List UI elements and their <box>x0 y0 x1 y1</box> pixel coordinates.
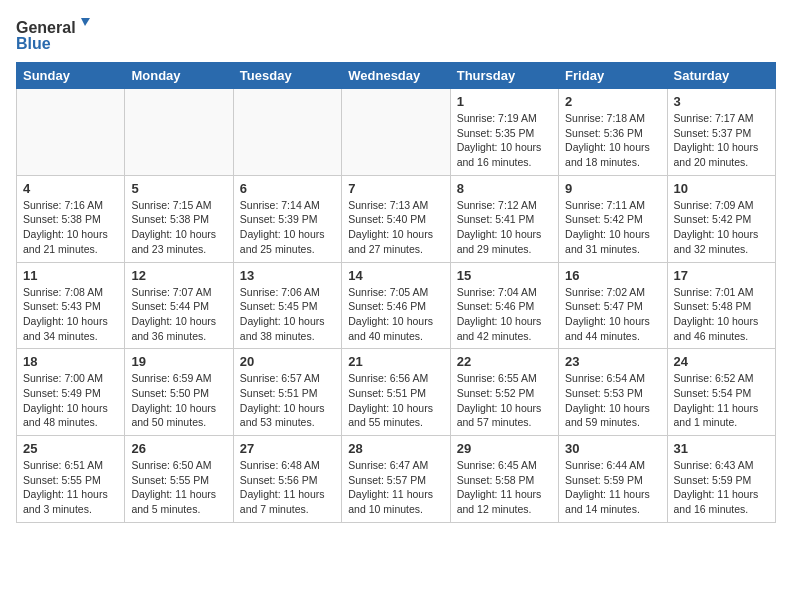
day-number: 26 <box>131 441 226 456</box>
day-info: Sunrise: 7:08 AMSunset: 5:43 PMDaylight:… <box>23 285 118 344</box>
day-info: Sunrise: 6:59 AMSunset: 5:50 PMDaylight:… <box>131 371 226 430</box>
day-number: 14 <box>348 268 443 283</box>
calendar-cell: 11Sunrise: 7:08 AMSunset: 5:43 PMDayligh… <box>17 262 125 349</box>
calendar-cell <box>233 89 341 176</box>
day-info: Sunrise: 6:54 AMSunset: 5:53 PMDaylight:… <box>565 371 660 430</box>
day-info: Sunrise: 6:51 AMSunset: 5:55 PMDaylight:… <box>23 458 118 517</box>
logo-svg: GeneralBlue <box>16 16 96 54</box>
day-info: Sunrise: 7:09 AMSunset: 5:42 PMDaylight:… <box>674 198 769 257</box>
calendar-cell: 16Sunrise: 7:02 AMSunset: 5:47 PMDayligh… <box>559 262 667 349</box>
calendar-cell: 4Sunrise: 7:16 AMSunset: 5:38 PMDaylight… <box>17 175 125 262</box>
calendar-cell: 8Sunrise: 7:12 AMSunset: 5:41 PMDaylight… <box>450 175 558 262</box>
day-number: 17 <box>674 268 769 283</box>
weekday-header: Tuesday <box>233 63 341 89</box>
day-info: Sunrise: 7:16 AMSunset: 5:38 PMDaylight:… <box>23 198 118 257</box>
day-number: 20 <box>240 354 335 369</box>
calendar-cell: 6Sunrise: 7:14 AMSunset: 5:39 PMDaylight… <box>233 175 341 262</box>
calendar-cell: 1Sunrise: 7:19 AMSunset: 5:35 PMDaylight… <box>450 89 558 176</box>
day-info: Sunrise: 7:06 AMSunset: 5:45 PMDaylight:… <box>240 285 335 344</box>
calendar-cell: 17Sunrise: 7:01 AMSunset: 5:48 PMDayligh… <box>667 262 775 349</box>
day-number: 9 <box>565 181 660 196</box>
calendar-cell: 22Sunrise: 6:55 AMSunset: 5:52 PMDayligh… <box>450 349 558 436</box>
svg-text:Blue: Blue <box>16 35 51 52</box>
day-number: 4 <box>23 181 118 196</box>
calendar-cell: 25Sunrise: 6:51 AMSunset: 5:55 PMDayligh… <box>17 436 125 523</box>
day-number: 8 <box>457 181 552 196</box>
day-number: 7 <box>348 181 443 196</box>
calendar-cell: 27Sunrise: 6:48 AMSunset: 5:56 PMDayligh… <box>233 436 341 523</box>
calendar-cell: 19Sunrise: 6:59 AMSunset: 5:50 PMDayligh… <box>125 349 233 436</box>
calendar-cell: 14Sunrise: 7:05 AMSunset: 5:46 PMDayligh… <box>342 262 450 349</box>
weekday-header: Monday <box>125 63 233 89</box>
day-info: Sunrise: 6:43 AMSunset: 5:59 PMDaylight:… <box>674 458 769 517</box>
calendar-week-row: 25Sunrise: 6:51 AMSunset: 5:55 PMDayligh… <box>17 436 776 523</box>
calendar-cell <box>125 89 233 176</box>
day-number: 10 <box>674 181 769 196</box>
calendar-cell: 12Sunrise: 7:07 AMSunset: 5:44 PMDayligh… <box>125 262 233 349</box>
day-number: 23 <box>565 354 660 369</box>
calendar-cell: 29Sunrise: 6:45 AMSunset: 5:58 PMDayligh… <box>450 436 558 523</box>
calendar-table: SundayMondayTuesdayWednesdayThursdayFrid… <box>16 62 776 523</box>
day-info: Sunrise: 6:55 AMSunset: 5:52 PMDaylight:… <box>457 371 552 430</box>
day-number: 11 <box>23 268 118 283</box>
calendar-cell: 5Sunrise: 7:15 AMSunset: 5:38 PMDaylight… <box>125 175 233 262</box>
day-number: 1 <box>457 94 552 109</box>
calendar-week-row: 11Sunrise: 7:08 AMSunset: 5:43 PMDayligh… <box>17 262 776 349</box>
day-number: 24 <box>674 354 769 369</box>
calendar-cell: 15Sunrise: 7:04 AMSunset: 5:46 PMDayligh… <box>450 262 558 349</box>
calendar-cell <box>342 89 450 176</box>
svg-text:General: General <box>16 19 76 36</box>
calendar-cell: 2Sunrise: 7:18 AMSunset: 5:36 PMDaylight… <box>559 89 667 176</box>
day-info: Sunrise: 6:44 AMSunset: 5:59 PMDaylight:… <box>565 458 660 517</box>
day-info: Sunrise: 7:12 AMSunset: 5:41 PMDaylight:… <box>457 198 552 257</box>
day-number: 21 <box>348 354 443 369</box>
day-info: Sunrise: 6:56 AMSunset: 5:51 PMDaylight:… <box>348 371 443 430</box>
weekday-header: Sunday <box>17 63 125 89</box>
day-info: Sunrise: 7:02 AMSunset: 5:47 PMDaylight:… <box>565 285 660 344</box>
day-number: 6 <box>240 181 335 196</box>
calendar-cell: 20Sunrise: 6:57 AMSunset: 5:51 PMDayligh… <box>233 349 341 436</box>
day-info: Sunrise: 7:18 AMSunset: 5:36 PMDaylight:… <box>565 111 660 170</box>
day-info: Sunrise: 7:11 AMSunset: 5:42 PMDaylight:… <box>565 198 660 257</box>
day-number: 13 <box>240 268 335 283</box>
logo: GeneralBlue <box>16 16 96 54</box>
weekday-header: Saturday <box>667 63 775 89</box>
day-info: Sunrise: 6:50 AMSunset: 5:55 PMDaylight:… <box>131 458 226 517</box>
day-info: Sunrise: 7:15 AMSunset: 5:38 PMDaylight:… <box>131 198 226 257</box>
day-number: 3 <box>674 94 769 109</box>
day-info: Sunrise: 6:52 AMSunset: 5:54 PMDaylight:… <box>674 371 769 430</box>
calendar-cell: 31Sunrise: 6:43 AMSunset: 5:59 PMDayligh… <box>667 436 775 523</box>
day-number: 2 <box>565 94 660 109</box>
day-info: Sunrise: 7:04 AMSunset: 5:46 PMDaylight:… <box>457 285 552 344</box>
calendar-cell: 23Sunrise: 6:54 AMSunset: 5:53 PMDayligh… <box>559 349 667 436</box>
calendar-cell: 18Sunrise: 7:00 AMSunset: 5:49 PMDayligh… <box>17 349 125 436</box>
calendar-cell: 3Sunrise: 7:17 AMSunset: 5:37 PMDaylight… <box>667 89 775 176</box>
svg-marker-1 <box>81 18 90 26</box>
calendar-cell: 30Sunrise: 6:44 AMSunset: 5:59 PMDayligh… <box>559 436 667 523</box>
calendar-week-row: 18Sunrise: 7:00 AMSunset: 5:49 PMDayligh… <box>17 349 776 436</box>
day-number: 30 <box>565 441 660 456</box>
day-info: Sunrise: 6:47 AMSunset: 5:57 PMDaylight:… <box>348 458 443 517</box>
calendar-cell: 26Sunrise: 6:50 AMSunset: 5:55 PMDayligh… <box>125 436 233 523</box>
calendar-cell: 7Sunrise: 7:13 AMSunset: 5:40 PMDaylight… <box>342 175 450 262</box>
calendar-cell: 10Sunrise: 7:09 AMSunset: 5:42 PMDayligh… <box>667 175 775 262</box>
day-info: Sunrise: 7:05 AMSunset: 5:46 PMDaylight:… <box>348 285 443 344</box>
page-header: GeneralBlue <box>16 16 776 54</box>
day-info: Sunrise: 7:13 AMSunset: 5:40 PMDaylight:… <box>348 198 443 257</box>
calendar-cell: 13Sunrise: 7:06 AMSunset: 5:45 PMDayligh… <box>233 262 341 349</box>
day-info: Sunrise: 7:07 AMSunset: 5:44 PMDaylight:… <box>131 285 226 344</box>
day-number: 12 <box>131 268 226 283</box>
day-number: 31 <box>674 441 769 456</box>
day-info: Sunrise: 6:45 AMSunset: 5:58 PMDaylight:… <box>457 458 552 517</box>
weekday-header: Thursday <box>450 63 558 89</box>
calendar-week-row: 1Sunrise: 7:19 AMSunset: 5:35 PMDaylight… <box>17 89 776 176</box>
day-number: 29 <box>457 441 552 456</box>
day-number: 5 <box>131 181 226 196</box>
weekday-header: Friday <box>559 63 667 89</box>
day-info: Sunrise: 6:57 AMSunset: 5:51 PMDaylight:… <box>240 371 335 430</box>
day-info: Sunrise: 6:48 AMSunset: 5:56 PMDaylight:… <box>240 458 335 517</box>
weekday-header: Wednesday <box>342 63 450 89</box>
day-number: 27 <box>240 441 335 456</box>
day-number: 18 <box>23 354 118 369</box>
day-info: Sunrise: 7:17 AMSunset: 5:37 PMDaylight:… <box>674 111 769 170</box>
